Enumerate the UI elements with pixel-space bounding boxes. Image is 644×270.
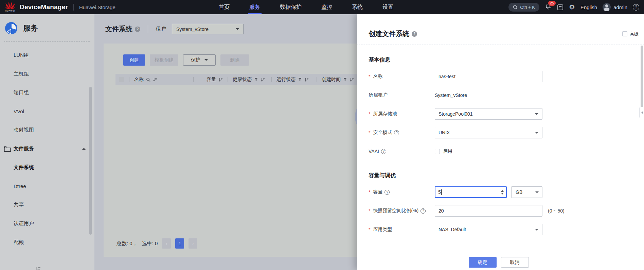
sidebar-title: 服务 <box>23 23 38 33</box>
services-pie-icon <box>5 22 18 35</box>
filter-icon[interactable] <box>298 78 302 82</box>
column-health-label: 健康状态 <box>233 77 252 83</box>
create-button[interactable]: 创建 <box>123 54 145 66</box>
column-name[interactable]: 名称 <box>129 77 193 83</box>
sidebar-header: 服务 <box>0 14 94 35</box>
panel-collapse-handle[interactable] <box>639 107 644 118</box>
sidebar-item-port-group[interactable]: 端口组 <box>0 83 94 102</box>
protect-button[interactable]: 保护 <box>183 54 216 66</box>
selected-count: 选中: 0 <box>142 240 158 247</box>
nav-home[interactable]: 首页 <box>217 0 231 14</box>
sidebar-group-file-service[interactable]: 文件服务 <box>0 139 94 158</box>
help-icon[interactable]: ? <box>633 4 639 11</box>
tenant-select[interactable]: System_vStore <box>172 24 244 34</box>
sidebar-item-dtree[interactable]: Dtree <box>0 177 94 196</box>
security-mode-label: * 安全模式 ? <box>369 130 435 136</box>
column-created[interactable]: 创建时间 <box>317 77 359 83</box>
nav-system[interactable]: 系统 <box>351 0 364 14</box>
nav-settings[interactable]: 设置 <box>381 0 395 14</box>
vaai-help-icon[interactable]: ? <box>381 149 386 154</box>
stepper-down-icon[interactable] <box>501 193 504 196</box>
chevron-down-icon <box>535 191 539 195</box>
nav-data-protection[interactable]: 数据保护 <box>279 0 303 14</box>
column-capacity[interactable]: 容量 <box>194 77 228 83</box>
capacity-stepper[interactable] <box>501 187 504 197</box>
user-avatar[interactable] <box>603 3 611 11</box>
filter-icon[interactable] <box>254 78 258 82</box>
form-row-vaai: VAAI ? 启用 <box>369 146 644 157</box>
notifications-button[interactable]: 25 <box>545 3 552 11</box>
dialog-help-icon[interactable]: ? <box>412 31 417 37</box>
topbar-divider <box>73 4 74 11</box>
language-switch[interactable]: English <box>580 4 597 10</box>
next-page-button[interactable]: › <box>189 238 197 249</box>
column-health[interactable]: 健康状态 <box>228 77 271 83</box>
chevron-down-icon <box>236 28 239 32</box>
sidebar-item-auth-user[interactable]: 认证用户 <box>0 214 94 233</box>
advanced-toggle[interactable]: 高级 <box>622 31 639 37</box>
capacity-help-icon[interactable]: ? <box>384 190 390 195</box>
vaai-enable-checkbox[interactable] <box>435 149 440 154</box>
sidebar-item-quota[interactable]: 配额 <box>0 233 94 252</box>
sidebar-divider <box>4 41 90 42</box>
capacity-unit-select[interactable]: GB <box>511 186 542 198</box>
sort-icon[interactable] <box>350 78 354 82</box>
select-all-checkbox[interactable] <box>119 77 124 82</box>
security-help-icon[interactable]: ? <box>394 130 399 135</box>
username[interactable]: admin <box>613 4 627 10</box>
form-row-security-mode: * 安全模式 ? UNIX <box>369 127 644 138</box>
filter-icon[interactable] <box>343 78 347 82</box>
dialog-scrollbar[interactable] <box>641 46 643 107</box>
nav-services[interactable]: 服务 <box>248 0 262 14</box>
vaai-label: VAAI ? <box>369 149 435 154</box>
sidebar-item-file-system[interactable]: 文件系统 <box>0 158 94 177</box>
sort-icon[interactable] <box>218 78 223 82</box>
global-search[interactable]: Ctrl + K <box>508 3 539 12</box>
sort-icon[interactable] <box>153 78 157 82</box>
gear-icon[interactable]: ⚙ <box>569 4 575 11</box>
form-row-owning-tenant: 所属租户 System_vStore <box>369 89 644 101</box>
cancel-button[interactable]: 取消 <box>501 257 529 268</box>
column-name-label: 名称 <box>134 77 144 83</box>
sort-icon[interactable] <box>261 78 265 82</box>
column-running[interactable]: 运行状态 <box>272 77 317 83</box>
main-nav: 首页 服务 数据保护 监控 系统 设置 <box>217 0 395 14</box>
snapshot-ratio-input[interactable] <box>435 205 542 217</box>
sidebar-item-host-group[interactable]: 主机组 <box>0 65 94 83</box>
sidebar-item-share[interactable]: 共享 <box>0 196 94 214</box>
delete-button[interactable]: 删除 <box>220 54 249 66</box>
notification-badge: 25 <box>548 1 556 6</box>
app-type-value: NAS_Default <box>439 227 466 232</box>
capacity-value: 5 <box>438 189 441 195</box>
required-mark: * <box>369 74 370 79</box>
sidebar-group-label: 文件服务 <box>14 146 34 152</box>
sidebar-scrollbar[interactable] <box>89 87 92 235</box>
sidebar-item-lun-group[interactable]: LUN组 <box>0 46 94 65</box>
owning-tenant-value: System_vStore <box>435 92 467 98</box>
capacity-input[interactable]: 5 <box>435 186 507 198</box>
page-help-icon[interactable]: ? <box>135 27 140 32</box>
sidebar-item-vvol[interactable]: VVol <box>0 102 94 121</box>
form-row-capacity: * 容量 ? 5 GB <box>369 186 644 198</box>
nav-monitor[interactable]: 监控 <box>320 0 334 14</box>
advanced-checkbox[interactable] <box>622 31 627 36</box>
snapshot-help-icon[interactable]: ? <box>421 208 426 214</box>
total-count: 总数: 0， <box>117 240 138 247</box>
current-page-button[interactable]: 1 <box>175 238 184 249</box>
app-type-select[interactable]: NAS_Default <box>435 224 542 235</box>
name-input[interactable] <box>435 71 542 82</box>
vaai-enable-label: 启用 <box>443 148 452 154</box>
task-log-icon[interactable] <box>557 4 564 11</box>
ok-button[interactable]: 确定 <box>469 257 497 268</box>
column-running-label: 运行状态 <box>276 77 296 83</box>
template-create-button[interactable]: 模板创建 <box>150 54 178 66</box>
column-created-label: 创建时间 <box>322 77 341 83</box>
storage-pool-select[interactable]: StoragePool001 <box>435 108 542 120</box>
search-icon[interactable] <box>146 78 150 82</box>
security-mode-select[interactable]: UNIX <box>435 127 542 138</box>
prev-page-button[interactable]: ‹ <box>162 238 171 249</box>
sort-icon[interactable] <box>304 78 309 82</box>
search-icon <box>513 5 518 10</box>
stepper-up-icon[interactable] <box>501 189 504 192</box>
sidebar-item-mapping-view[interactable]: 映射视图 <box>0 121 94 139</box>
